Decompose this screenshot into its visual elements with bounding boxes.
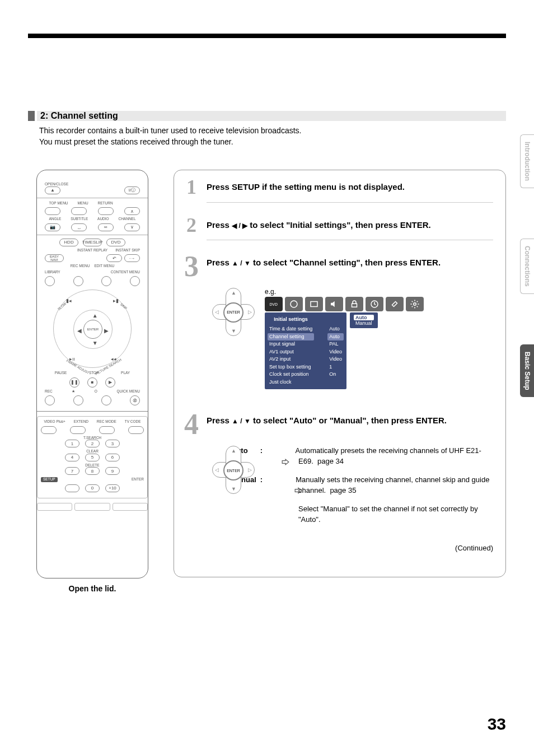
step-1-number: 1 — [182, 178, 201, 196]
osd-item-av2-input: AV2 input — [269, 356, 312, 363]
button-instant-skip[interactable]: ·→ — [124, 254, 140, 262]
button-subtitle[interactable]: ⎵ — [71, 223, 87, 231]
button-stop[interactable]: ■ — [87, 377, 97, 388]
button-num-2[interactable]: 2 — [85, 440, 100, 447]
button-num-plus10[interactable]: +10 — [105, 484, 120, 492]
osd-val-input-signal: PAL — [329, 340, 342, 348]
svg-point-1 — [291, 301, 297, 307]
osd-sound-icon — [325, 297, 343, 311]
button-num-0[interactable]: 0 — [85, 484, 100, 492]
arrow-right-icon: ▶ — [104, 328, 109, 334]
label-pause: PAUSE — [55, 371, 67, 375]
button-rec-menu[interactable] — [73, 276, 83, 286]
button-extend[interactable] — [70, 426, 86, 434]
osd-item-channel-setting: Channel setting — [268, 333, 314, 341]
button-dvd[interactable]: DVD — [106, 239, 125, 246]
button-audio[interactable]: ∞ — [98, 223, 114, 231]
button-num-8[interactable]: 8 — [85, 467, 100, 475]
label-library: LIBRARY — [45, 270, 60, 274]
button-content-menu[interactable] — [130, 276, 140, 286]
osd-item-set-top-box: Set top box setting — [269, 363, 312, 371]
button-num-6[interactable]: 6 — [105, 454, 120, 461]
label-play: PLAY — [121, 371, 130, 375]
page-top-bar — [28, 34, 506, 38]
button-channel-up[interactable]: ∧ — [124, 207, 140, 215]
label-top-menu: TOP MENU — [49, 202, 68, 206]
button-top-menu[interactable] — [45, 207, 60, 215]
label-skip: SKIP — [120, 302, 128, 310]
osd-submenu: Auto Manual — [350, 312, 378, 328]
step-4-number: 4 — [182, 412, 201, 438]
term-manual: Manual — [265, 475, 292, 486]
button-quick-menu[interactable]: ⦿ — [130, 395, 140, 405]
osd-tools-icon — [386, 297, 404, 311]
button-num-7[interactable]: 7 — [65, 467, 79, 475]
step-2-title-b: to select "Initial settings", then press… — [247, 220, 431, 230]
button-num-1[interactable]: 1 — [65, 440, 79, 447]
osd-val-av1-output: Video — [329, 348, 342, 356]
osd-lock-icon — [345, 297, 363, 311]
button-eject[interactable]: ▲ — [45, 186, 60, 194]
button-menu[interactable] — [71, 207, 87, 215]
remote-column: OPEN/CLOSE ▲ I/ⓘ TOP MENU MENU RETURN — [28, 170, 157, 593]
button-easy-navi[interactable]: EASYNAVI — [45, 254, 64, 262]
enter-dpad-illustration-2: ENTER ▲ ▼ ◁ ▷ — [212, 446, 255, 494]
button-num-9[interactable]: 9 — [105, 467, 120, 475]
button-power[interactable]: I/ⓘ — [124, 186, 140, 194]
button-timeslip[interactable]: TIMESLIP — [83, 239, 102, 246]
osd-val-av2-input: Video — [329, 356, 342, 363]
label-rec: REC — [45, 390, 53, 394]
dpad-enter-button-2[interactable]: ENTER — [223, 460, 243, 480]
button-enter[interactable]: ENTER — [83, 320, 102, 339]
dpad-down-arrow-icon: ▼ — [231, 328, 236, 334]
label-setup: SETUP — [41, 477, 58, 482]
step-3-title-b: to select "Channel setting", then press … — [251, 258, 441, 267]
osd-example: e.g. DVD — [265, 288, 493, 390]
button-angle[interactable]: 📷 — [45, 223, 60, 231]
arrow-down-icon: ▼ — [92, 340, 98, 346]
label-circle: O — [95, 390, 97, 394]
lid-area: VIDEO Plus+ EXTEND REC MODE TV CODE T.SE… — [37, 411, 148, 511]
button-tv-code[interactable] — [128, 426, 144, 434]
step-4-title: Press ▲ / ▼ to select "Auto" or "Manual"… — [207, 412, 493, 426]
label-video-plus: VIDEO Plus+ — [44, 420, 65, 424]
button-num-4[interactable]: 4 — [65, 454, 79, 461]
icon-slow-rev: ▮◂ — [66, 298, 72, 304]
label-quick-menu: QUICK MENU — [116, 390, 140, 394]
osd-item-av1-output: AV1 output — [269, 348, 312, 356]
button-rec[interactable] — [45, 395, 55, 405]
tab-introduction[interactable]: Introduction — [520, 134, 534, 188]
tab-basic-setup[interactable]: Basic Setup — [520, 344, 534, 398]
page-ref-35: page 35 — [330, 486, 356, 494]
button-setup[interactable] — [65, 484, 79, 492]
button-star[interactable] — [73, 395, 83, 405]
button-hdd[interactable]: HDD — [59, 239, 78, 246]
step-2-title: Press ◀ / ▶ to select "Initial settings"… — [207, 216, 493, 231]
label-star: ★ — [72, 390, 75, 394]
button-edit-menu[interactable] — [101, 276, 111, 286]
section-title: 2: Channel setting — [37, 111, 506, 121]
button-pause[interactable]: ❚❚ — [69, 377, 79, 388]
jog-ring[interactable]: SLOW SKIP ▮◂ ▸▮ ▸ıı ◂◂ FRAME ADJUST PICT… — [53, 290, 132, 368]
button-rec-mode[interactable] — [99, 426, 115, 434]
label-subtitle: SUBTITLE — [71, 217, 88, 221]
button-play[interactable]: ▶ — [105, 377, 115, 388]
button-channel-down[interactable]: ∨ — [124, 223, 140, 231]
eg-label: e.g. — [265, 288, 493, 296]
button-video-plus[interactable] — [41, 426, 57, 434]
button-num-3[interactable]: 3 — [105, 440, 120, 447]
osd-settings-icon — [406, 297, 424, 311]
dpad-enter-button[interactable]: ENTER — [223, 302, 243, 323]
button-num-5[interactable]: 5 — [85, 454, 100, 461]
button-instant-replay[interactable]: ↶ — [106, 254, 122, 262]
step-4-definitions: Auto : Automatically presets the receivi… — [265, 446, 493, 533]
up-down-arrows-icon: ▲ / ▼ — [232, 259, 251, 268]
page-number: 33 — [488, 715, 506, 734]
step-2: 2 Press ◀ / ▶ to select "Initial setting… — [182, 216, 493, 240]
tab-connections[interactable]: Connections — [520, 239, 534, 294]
button-circle[interactable] — [101, 395, 111, 405]
steps-panel: 1 Press SETUP if the setting menu is not… — [174, 170, 506, 577]
button-return[interactable] — [98, 207, 114, 215]
osd-val-just-clock: On — [329, 371, 342, 379]
button-library[interactable] — [45, 276, 55, 286]
